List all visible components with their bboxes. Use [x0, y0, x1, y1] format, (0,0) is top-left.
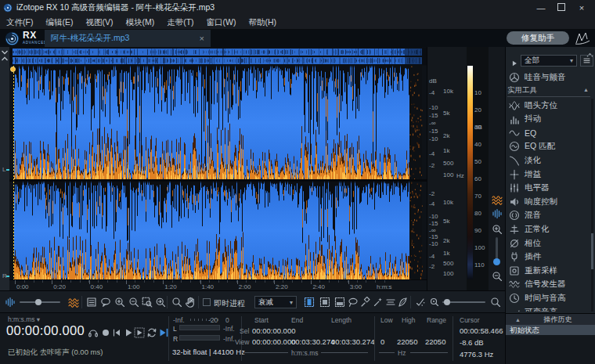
harmonic-selection-tool-icon[interactable] — [385, 297, 396, 311]
sidebar-module-loudness-control[interactable]: 响度控制 — [505, 195, 591, 208]
sidebar-module-eq[interactable]: EQ — [505, 126, 591, 139]
menu-window[interactable]: 窗口(W) — [200, 17, 243, 28]
horizontal-zoom-knob[interactable] — [444, 299, 450, 305]
sidebar-module-leveler[interactable]: 电平器 — [505, 182, 591, 195]
view-start-value[interactable]: 00:00:00.000 — [252, 337, 295, 346]
magnifier-tool-icon[interactable] — [171, 297, 182, 311]
hand-tool-icon[interactable] — [185, 297, 196, 311]
module-filter-dropdown[interactable]: 全部 ▾ — [521, 55, 577, 67]
zoom-in-icon[interactable] — [114, 297, 125, 311]
lasso-tool-icon[interactable] — [348, 297, 359, 311]
playhead[interactable] — [13, 66, 14, 279]
sidebar-module-azimuth[interactable]: 唱头方位 — [505, 99, 591, 112]
sidebar-scrollbar-thumb[interactable] — [591, 233, 593, 269]
sidebar-module-phase[interactable]: 相位 — [505, 236, 591, 250]
sel-start-value[interactable]: 00:00:00.000 — [252, 326, 295, 335]
vertical-zoom-out-icon[interactable] — [492, 271, 503, 285]
sidebar-module-mixing[interactable]: 混音 — [505, 209, 591, 222]
meter-scale-min: -Inf. — [173, 316, 185, 324]
brush-tool-icon[interactable] — [360, 297, 371, 311]
meter-scale-max: 0 — [225, 316, 229, 324]
find-similar-icon[interactable] — [415, 297, 426, 311]
spectrogram-opacity-icon[interactable] — [492, 194, 503, 208]
event-list-icon[interactable] — [86, 297, 97, 311]
playhead-time-display[interactable]: 00:00:00.000 — [6, 323, 85, 338]
sidebar-module-dither[interactable]: 抖动 — [505, 113, 591, 126]
sidebar-module-gain[interactable]: 增益 — [505, 168, 591, 181]
repair-assistant-button[interactable]: 修复助手 — [507, 31, 569, 45]
zoom-selection-icon[interactable] — [142, 297, 153, 311]
comment-icon[interactable] — [100, 297, 111, 311]
zoom-previous-icon[interactable] — [155, 297, 166, 311]
waveform-opacity-icon[interactable] — [492, 208, 503, 222]
view-length-value[interactable]: 00:03:30.274 — [331, 337, 374, 346]
sidebar-module-normalize[interactable]: 正常化 — [505, 222, 591, 236]
process-mode-dropdown[interactable]: 衰减 ▾ — [254, 296, 297, 308]
time-selection-tool-icon[interactable] — [304, 297, 315, 311]
maximize-button[interactable] — [551, 3, 572, 13]
sidebar-module-resample[interactable]: 重新采样 — [505, 264, 591, 277]
play-icon[interactable] — [123, 327, 134, 341]
spectrogram-legend-gradient[interactable] — [467, 66, 473, 279]
vertical-zoom-knob[interactable] — [493, 258, 500, 265]
waveform-view-icon[interactable] — [5, 297, 16, 311]
play-selection-icon[interactable] — [134, 327, 145, 341]
menu-view[interactable]: 视图(V) — [79, 17, 119, 28]
menu-help[interactable]: 帮助(H) — [243, 17, 283, 28]
legend-tick-label: 110 — [474, 261, 485, 268]
menu-transport[interactable]: 走带(T) — [160, 17, 200, 28]
frequency-ruler[interactable]: 10k5k2k1k500100Hz10k5k2k1k500100 — [440, 47, 467, 290]
rx10-window: iZotope RX 10 高级音频编辑器 - 阿牛-桃花朵朵开.mp3 — ×… — [0, 0, 595, 364]
tab-close-icon[interactable]: × — [200, 34, 204, 43]
wave-spec-balance-knob[interactable] — [35, 299, 41, 305]
time-frequency-selection-tool-icon[interactable] — [319, 297, 330, 311]
sidebar-module-eq-match[interactable]: EQ 匹配 — [505, 140, 591, 153]
sidebar-module-signal-generator[interactable]: 信号发生器 — [505, 278, 591, 291]
instant-process-checkbox[interactable] — [203, 298, 211, 306]
history-header[interactable]: ▲ 操作历史 — [506, 314, 595, 325]
view-end-value[interactable]: 00:03:30.274 — [291, 337, 334, 346]
spectrogram-view-icon[interactable] — [68, 297, 79, 311]
spectrogram-waveform-display[interactable] — [9, 66, 427, 279]
menu-edit[interactable]: 编辑(E) — [39, 17, 79, 28]
meter-bar-l[interactable] — [179, 325, 220, 330]
sidebar-module-fade[interactable]: 淡化 — [505, 153, 591, 167]
time-tick-label: 3:00 — [350, 283, 362, 290]
module-menu-button[interactable] — [580, 55, 593, 67]
horizontal-zoom-in-icon[interactable] — [490, 297, 501, 311]
skip-to-start-icon[interactable] — [111, 327, 122, 341]
sidebar-scrollbar[interactable] — [591, 99, 593, 312]
time-ruler[interactable]: h:m:s 0:000:200:401:001:201:402:002:202:… — [9, 279, 427, 291]
sidebar-module-variable-pitch[interactable]: 可变音高 — [505, 305, 591, 312]
zoom-out-icon[interactable] — [128, 297, 139, 311]
horizontal-zoom-out-mini-icon[interactable] — [429, 297, 440, 311]
sidebar-module-wow-flutter[interactable]: 哇音与颤音 — [505, 70, 591, 84]
frequency-selection-tool-icon[interactable] — [334, 297, 345, 311]
history-collapse-icon[interactable]: ▲ — [515, 317, 521, 323]
vertical-zoom-in-icon[interactable] — [492, 224, 503, 238]
loop-icon[interactable] — [146, 327, 157, 341]
collapse-overview-icon[interactable] — [1, 49, 9, 65]
playhead-handle[interactable] — [10, 67, 16, 72]
monitor-icon[interactable] — [88, 327, 99, 341]
menu-modules[interactable]: 模块(M) — [119, 17, 160, 28]
sidebar-module-time-pitch[interactable]: 时间与音高 — [505, 291, 591, 305]
module-play-icon[interactable] — [510, 56, 518, 70]
file-tab[interactable]: 阿牛-桃花朵朵开.mp3 × — [45, 30, 211, 47]
toolbar: 即时进程 衰减 ▾ — [0, 290, 505, 313]
feather-selection-icon[interactable] — [397, 297, 408, 311]
meter-bar-r[interactable] — [179, 335, 220, 341]
overview-minimap[interactable] — [9, 48, 427, 65]
minimize-button[interactable]: — — [531, 3, 551, 13]
play-from-playhead-icon[interactable] — [158, 327, 169, 341]
amplitude-ruler[interactable]: dB-4-10-15-∞-15-10-4-2-2-4-10-15-∞-15-10… — [427, 47, 441, 290]
magic-wand-tool-icon[interactable] — [373, 297, 384, 311]
section-header-utility[interactable]: 实用工具 ▲ — [507, 85, 590, 97]
history-item-initial-state[interactable]: 初始状态 — [506, 325, 595, 335]
close-button[interactable]: × — [572, 3, 592, 13]
sidebar-module-plugin[interactable]: 插件 — [505, 250, 591, 264]
time-format-selector[interactable]: h:m:s.ms ▾ — [8, 315, 40, 323]
record-icon[interactable] — [100, 327, 111, 341]
menu-file[interactable]: 文件(F) — [0, 17, 39, 28]
instant-process-label[interactable]: 即时进程 — [214, 298, 245, 309]
